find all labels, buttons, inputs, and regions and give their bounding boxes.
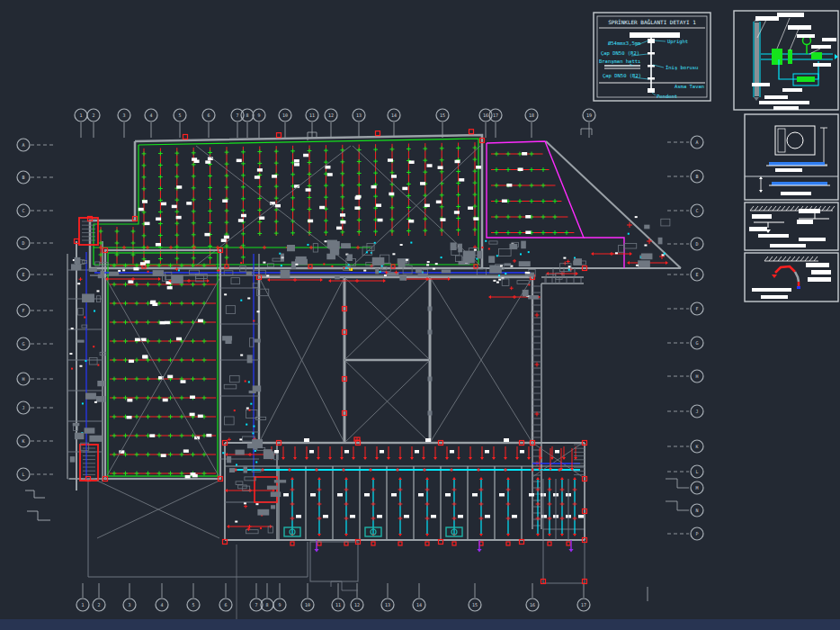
svg-text:A: A: [695, 140, 698, 145]
svg-text:E: E: [695, 272, 698, 277]
svg-text:16: 16: [483, 112, 488, 118]
svg-text:14: 14: [416, 602, 422, 608]
svg-text:6: 6: [207, 112, 210, 118]
svg-text:10: 10: [305, 602, 310, 608]
svg-text:7: 7: [236, 112, 238, 118]
svg-text:19: 19: [586, 112, 592, 118]
svg-text:B: B: [695, 174, 698, 179]
svg-text:8: 8: [246, 112, 248, 118]
svg-text:J: J: [22, 405, 24, 410]
svg-text:F: F: [695, 306, 698, 311]
svg-text:13: 13: [385, 602, 390, 608]
svg-text:14: 14: [391, 112, 397, 118]
svg-text:15: 15: [472, 602, 478, 608]
svg-text:K: K: [22, 438, 24, 444]
svg-text:6: 6: [224, 602, 227, 608]
svg-text:H: H: [22, 376, 24, 382]
svg-text:J: J: [695, 409, 698, 414]
svg-text:B: B: [22, 175, 24, 180]
svg-text:5: 5: [178, 112, 181, 118]
svg-text:D: D: [22, 240, 24, 246]
svg-text:E: E: [22, 272, 24, 277]
svg-text:18: 18: [529, 112, 534, 118]
svg-text:C: C: [695, 208, 698, 213]
floor-plan-canvas[interactable]: 1234567891011121314151617181912345678910…: [0, 0, 840, 630]
svg-text:9: 9: [257, 112, 260, 118]
svg-text:16: 16: [530, 602, 535, 608]
svg-text:2: 2: [97, 602, 100, 608]
svg-text:1: 1: [81, 602, 84, 608]
svg-text:1: 1: [79, 112, 82, 118]
svg-text:8: 8: [265, 602, 268, 608]
svg-text:12: 12: [328, 112, 334, 118]
svg-text:4: 4: [149, 112, 152, 118]
cad-viewport: 1234567891011121314151617181912345678910…: [0, 0, 840, 630]
svg-text:17: 17: [581, 602, 586, 608]
svg-text:L: L: [695, 469, 698, 474]
svg-text:K: K: [695, 444, 698, 449]
svg-text:G: G: [695, 340, 698, 346]
svg-text:3: 3: [122, 112, 125, 118]
svg-text:7: 7: [255, 602, 257, 608]
svg-text:11: 11: [335, 602, 341, 608]
svg-text:13: 13: [356, 112, 362, 118]
svg-text:Pendent: Pendent: [657, 94, 677, 99]
svg-text:Asma Tavan: Asma Tavan: [675, 84, 704, 89]
svg-text:10: 10: [282, 112, 288, 118]
svg-text:SPRİNKLER BAĞLANTI DETAYI 1: SPRİNKLER BAĞLANTI DETAYI 1: [608, 19, 696, 25]
svg-text:G: G: [22, 341, 24, 346]
svg-text:P: P: [695, 531, 698, 536]
svg-text:L: L: [22, 472, 24, 477]
svg-text:F: F: [22, 308, 24, 313]
svg-text:9: 9: [278, 602, 281, 608]
drawing-background: [0, 0, 840, 630]
svg-text:C: C: [22, 208, 24, 213]
svg-text:12: 12: [354, 602, 360, 608]
svg-text:17: 17: [493, 112, 498, 118]
svg-text:11: 11: [309, 112, 315, 118]
svg-text:5: 5: [192, 602, 194, 608]
svg-text:N: N: [695, 508, 698, 513]
svg-text:Upright: Upright: [667, 39, 688, 45]
svg-text:A: A: [22, 142, 24, 148]
svg-text:H: H: [695, 374, 698, 379]
svg-text:2: 2: [92, 112, 94, 118]
svg-text:Çap DN50 (R2): Çap DN50 (R2): [603, 73, 641, 79]
svg-text:D: D: [695, 241, 698, 247]
svg-text:Branşman hattı: Branşman hattı: [599, 58, 640, 65]
svg-text:3: 3: [128, 602, 130, 608]
svg-text:M: M: [695, 485, 698, 490]
svg-text:15: 15: [440, 112, 445, 118]
svg-text:İniş borusu: İniş borusu: [666, 64, 698, 71]
svg-text:4: 4: [160, 602, 163, 608]
